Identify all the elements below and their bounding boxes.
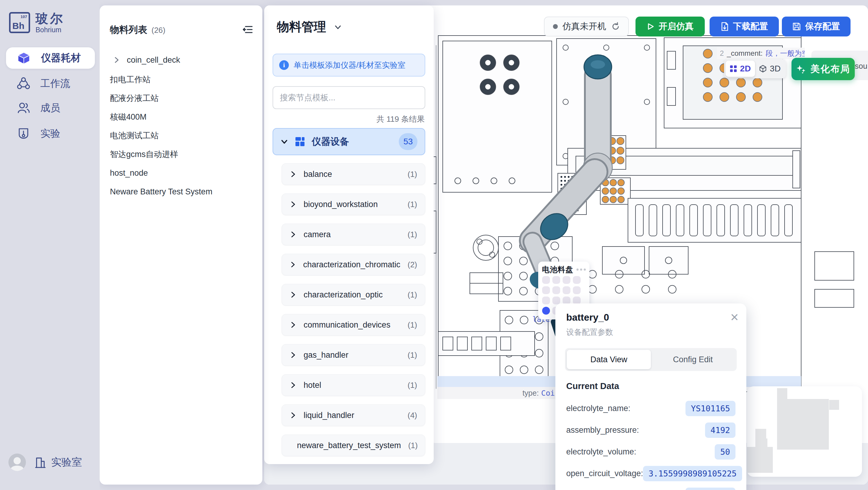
app-name-en: Bohrium [35, 26, 64, 34]
comment-tooltip-fragment: 2 _comment: 段，一般为空，stat [717, 48, 805, 59]
hint-banner: i 单击模板添加仪器/耗材至实验室 [273, 54, 425, 77]
material-list-item[interactable]: Neware Battery Test System [110, 182, 251, 201]
sparkles-icon [796, 64, 806, 74]
category-row[interactable]: gas_handler (1) [282, 344, 425, 366]
sidebar: 107 Bh 玻尔 Bohrium 仪器耗材 工作流 成员 实验 [0, 0, 100, 490]
save-icon [793, 22, 801, 31]
tree-item-coin-cell-deck[interactable]: coin_cell_deck [113, 50, 180, 70]
app-window: type: Coi late 电池料盘 2 _comment: 段，一般为空，s… [0, 0, 868, 490]
collapse-list-icon[interactable] [243, 24, 253, 35]
sidebar-item-lab[interactable]: 实验室 [34, 455, 82, 469]
chevron-down-icon [280, 138, 288, 146]
data-row-label: open_circuit_voltage: [566, 469, 643, 478]
type-tooltip-fragment: type: Coi [437, 387, 555, 399]
template-panel: i 单击模板添加仪器/耗材至实验室 共 119 条结果 仪器设备 53 bala… [264, 5, 434, 464]
result-count: 共 119 条结果 [376, 114, 425, 124]
category-row[interactable]: characterization_optic (1) [282, 284, 425, 306]
sim-status-pill[interactable]: 仿真未开机 [544, 17, 629, 36]
chevron-right-icon [290, 412, 297, 419]
category-row[interactable]: neware_battery_test_system (1) [282, 435, 425, 456]
materials-panel: 物料列表 (26) coin_cell_deck 扣电工作站 配液分液工站 核磁… [100, 5, 262, 485]
popup-data-rows: electrolyte_name: YS101165 assembly_pres… [566, 398, 736, 490]
cube-icon [17, 51, 31, 65]
materials-count: (26) [152, 26, 165, 35]
tray-menu-icon[interactable] [577, 268, 586, 270]
experiment-icon [17, 127, 30, 140]
tab-config-edit[interactable]: Config Edit [651, 350, 735, 369]
category-list: balance (1) bioyond_workstation (1) came… [282, 163, 425, 464]
material-list-item[interactable]: host_node [110, 164, 251, 182]
category-row[interactable]: liquid_handler (4) [282, 404, 425, 426]
chevron-right-icon [290, 171, 297, 177]
chevron-right-icon [113, 56, 120, 64]
tray-title: 电池料盘 [542, 265, 574, 275]
popup-subtitle: 设备配置参数 [566, 327, 613, 338]
chevron-right-icon [290, 382, 297, 388]
material-list-item[interactable]: 配液分液工站 [110, 89, 251, 108]
materials-list: 扣电工作站 配液分液工站 核磁400M 电池测试工站 智达gcms自动进样 ho… [110, 70, 251, 201]
category-row[interactable]: characterization_chromatic (2) [282, 254, 425, 276]
data-row-label: assembly_pressure: [566, 426, 639, 435]
type-value: Coi [541, 389, 555, 398]
save-config-button[interactable]: 保存配置 [782, 17, 850, 36]
chevron-right-icon [290, 261, 296, 268]
search-input[interactable] [273, 86, 425, 109]
page-title-dropdown[interactable]: 物料管理 [277, 19, 342, 35]
members-icon [17, 101, 30, 115]
download-doc-icon [720, 22, 729, 31]
data-row: open_circuit_voltage: 3.1559998989105225 [566, 463, 736, 484]
refresh-icon[interactable] [611, 22, 620, 31]
cube-3d-icon [759, 65, 767, 73]
material-list-item[interactable]: 智达gcms自动进样 [110, 145, 251, 164]
category-row[interactable]: hotel (1) [282, 374, 425, 396]
popup-title: battery_0 [566, 312, 609, 323]
data-row-label: electrolyte_volume: [566, 447, 637, 457]
sidebar-item-members[interactable]: 成员 [6, 100, 95, 115]
data-row-value: 50 [715, 444, 736, 460]
chevron-down-icon [333, 23, 342, 32]
data-row-value: YS101165 [685, 401, 736, 416]
category-row[interactable]: camera (1) [282, 224, 425, 245]
data-row-value: 3.1559998989105225 [643, 466, 742, 481]
material-list-item[interactable]: 电池测试工站 [110, 126, 251, 145]
chevron-right-icon [290, 201, 297, 208]
popup-tabs: Data View Config Edit [565, 348, 737, 371]
chevron-right-icon [290, 291, 297, 298]
data-row-value: 4192 [705, 423, 736, 438]
view-2d-button[interactable]: 2D [725, 61, 755, 77]
start-simulation-button[interactable]: 开启仿真 [636, 17, 705, 36]
sidebar-item-instruments[interactable]: 仪器耗材 [6, 47, 95, 69]
category-row[interactable]: communication_devices (1) [282, 314, 425, 336]
group-instruments-header[interactable]: 仪器设备 53 [273, 128, 425, 155]
download-config-button[interactable]: 下载配置 [710, 17, 779, 36]
minimap-panel[interactable] [747, 386, 862, 477]
sidebar-item-experiments[interactable]: 实验 [6, 126, 95, 141]
status-dot-icon [553, 24, 558, 29]
category-row[interactable]: bioyond_workstation (1) [282, 194, 425, 215]
tab-data-view[interactable]: Data View [567, 350, 651, 369]
info-icon: i [279, 60, 289, 70]
materials-title: 物料列表 [110, 24, 147, 36]
play-icon [647, 23, 654, 30]
material-list-item[interactable]: 核磁400M [110, 108, 251, 126]
grid-2d-icon [730, 65, 737, 72]
chevron-right-icon [290, 352, 297, 358]
beautify-layout-button[interactable]: 美化布局 [792, 58, 855, 80]
material-list-item[interactable]: 扣电工作站 [110, 70, 251, 89]
sidebar-item-workflow[interactable]: 工作流 [6, 76, 95, 91]
view-mode-toggle: 2D 3D [724, 59, 786, 78]
avatar[interactable] [8, 454, 26, 471]
close-icon[interactable]: × [731, 310, 739, 324]
type-key: type: [523, 389, 539, 398]
bohrium-logo-icon: 107 Bh [9, 12, 30, 33]
workflow-icon [17, 77, 30, 90]
data-row: electrolyte_volume: 50 [566, 441, 736, 463]
view-3d-button[interactable]: 3D [755, 61, 784, 77]
building-icon [34, 456, 47, 469]
app-logo[interactable]: 107 Bh 玻尔 Bohrium [9, 12, 64, 34]
data-row: assembly_pressure: 4192 [566, 419, 736, 441]
battery-config-popup: battery_0 设备配置参数 × Data View Config Edit… [555, 304, 746, 490]
app-name-cn: 玻尔 [35, 12, 64, 25]
category-row[interactable]: balance (1) [282, 163, 425, 185]
tray-slot-selected[interactable] [542, 307, 550, 315]
